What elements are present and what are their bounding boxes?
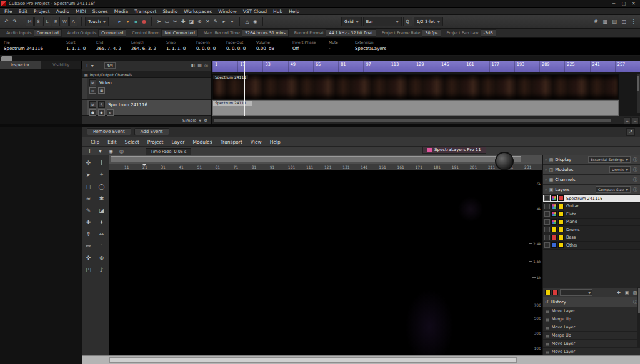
editor-horizontal-scrollbar[interactable] [82,355,640,364]
spectrogram-display[interactable]: 6k4k2.4k1.6k1k700500300100 [109,170,542,356]
layer-visibility-toggle[interactable] [544,235,550,240]
menu-item[interactable]: Edit [16,9,31,14]
menu-item[interactable]: Scores [89,9,111,14]
track-preset-icon[interactable]: ▤ [198,63,202,68]
navigator-window[interactable] [111,156,521,162]
marker-icon[interactable]: ▪ [132,17,140,26]
magic-wand-tool-icon[interactable]: ✱ [95,192,108,204]
info-value[interactable]: 1. 1. 1. 0 [166,46,196,51]
draw-tool-icon[interactable]: ✎ [212,17,220,26]
fade-tool-icon[interactable]: ⇔ [95,228,108,240]
collapse-icon[interactable]: » [545,187,548,192]
metronome-icon[interactable]: △ [243,17,251,26]
video-track[interactable]: M Video ▭▦ [82,78,211,100]
mute-button[interactable]: M [89,101,96,108]
find-track-icon[interactable]: ◎ [204,63,208,68]
play-tool-icon[interactable]: ▸ [220,17,228,26]
inspector-tab[interactable]: Inspector [0,61,41,69]
horizontal-scrollbar[interactable] [214,119,611,122]
layer-row[interactable]: Other [543,242,640,250]
history-entry[interactable]: ▤ Merge Up [543,332,640,340]
channels-panel-header[interactable]: » ▦ Channels ⓘ [543,175,640,185]
automation-button[interactable]: L [43,17,51,26]
pencil-tool-icon[interactable]: ✏ [82,240,95,252]
io-channels-row[interactable]: ▤ Input/Output Channels [82,71,211,78]
history-entry[interactable]: ▤ Move Layer [543,307,640,315]
camera-icon[interactable]: ◧ [191,63,196,68]
display-panel-header[interactable]: » ▤ Display Essential Settings ▼ ⓘ [543,155,640,165]
menu-item[interactable]: Transport [131,9,159,14]
menu-item[interactable]: Modules [192,139,212,145]
layer-row[interactable]: Guitar [543,203,640,211]
menu-item[interactable]: Clip [91,139,99,145]
audio-click-icon[interactable]: ◉ [251,17,259,26]
info-value[interactable]: 1. 1. 1. 0 [66,46,96,51]
monitor-icon[interactable]: ◉ [98,109,105,116]
range-selection-tool-icon[interactable]: ▭ [163,17,171,26]
window-layout-icon[interactable]: ◫ [620,17,628,26]
playback-tool-icon[interactable]: ♪ [95,263,108,275]
grid-type-dropdown[interactable]: Bar ▼ [363,17,402,26]
hand-tool-icon[interactable]: ✜ [82,252,95,263]
info-icon[interactable]: ⓘ [632,157,638,163]
mute-tool-icon[interactable]: ✕ [204,17,212,26]
info-icon[interactable]: ⓘ [632,177,638,183]
info-file-value[interactable]: Spectrum 241116 [4,46,66,51]
monitor-icon[interactable]: ▭ [89,87,96,94]
layer-row[interactable]: Drums [543,226,640,234]
add-layer-icon[interactable]: ✚ [616,290,622,296]
menu-item[interactable]: Select [125,139,139,145]
edit-channel-icon[interactable]: e [107,109,114,116]
layer-secondary-swatch[interactable] [558,242,564,248]
modules-panel-header[interactable]: » ◫ Modules Unmix ▼ ⓘ [543,165,640,175]
menu-item[interactable]: Media [111,9,132,14]
display-settings-dropdown[interactable]: Essential Settings ▼ [588,156,631,163]
quantize-button[interactable]: Q [403,17,412,26]
track-drag-handle[interactable] [82,78,88,99]
info-icon[interactable]: ⓘ [632,167,638,173]
eraser-tool-icon[interactable]: ◪ [95,204,108,216]
redo-icon[interactable]: ↷ [11,17,19,26]
toolbar-setup-icon[interactable]: ⋮ [629,17,638,26]
time-signature[interactable]: 4/4 [104,62,116,69]
close-button[interactable]: ✕ [629,1,639,6]
collapse-icon[interactable]: » [545,167,548,172]
automation-button[interactable]: R [52,17,60,26]
menu-item[interactable]: Help [286,9,302,14]
menu-item[interactable]: Audio [53,9,72,14]
menu-item[interactable]: VST Cloud [240,9,270,14]
layer-color-swatch[interactable] [551,211,557,217]
solo-button[interactable]: S [98,101,105,108]
layer-color-swatch[interactable] [551,195,557,201]
quantize-dropdown[interactable]: 1/2 3-let ▼ [414,17,443,26]
modules-dropdown[interactable]: Unmix ▼ [609,166,631,173]
menu-item[interactable]: Project [148,139,164,145]
split-tool-icon[interactable]: ✂ [171,17,179,26]
layer-secondary-swatch[interactable] [558,195,564,201]
menu-item[interactable]: Layer [172,139,185,145]
track-drag-handle[interactable] [82,100,88,115]
inspector-tab[interactable]: Visibility [41,61,82,69]
layer-row[interactable]: Bass [543,234,640,242]
rectangle-selection-tool-icon[interactable]: ◻ [82,180,95,192]
color-swatch[interactable] [552,290,558,295]
record-enable-icon[interactable]: ● [89,109,96,116]
menu-item[interactable]: Transport [221,139,242,145]
video-event[interactable]: Spectrum 24111 [212,74,619,99]
menu-item[interactable]: View [251,139,262,145]
layer-color-swatch[interactable] [551,242,557,248]
layer-visibility-toggle[interactable] [544,195,550,201]
collapse-icon[interactable]: » [545,157,548,162]
history-entry[interactable]: ▤ Move Layer [543,340,640,348]
mixer-icon[interactable]: ▦ [601,17,609,26]
frequency-selection-tool-icon[interactable]: ⌖ [95,169,108,180]
track-visibility-icon[interactable]: ▾ [91,63,94,69]
time-fade-field[interactable]: Time Fade: 0.05 s [146,148,191,155]
blend-mode-dropdown[interactable]: ▼ [560,289,592,296]
automation-button[interactable]: A [69,17,78,26]
automation-button[interactable]: M [26,17,34,26]
history-panel-header[interactable]: ↺ History ⓘ [543,297,640,307]
audio-event[interactable]: Spectrum 24111 [212,100,619,116]
snap-icon[interactable]: # [592,17,600,26]
layer-secondary-swatch[interactable] [558,227,564,232]
